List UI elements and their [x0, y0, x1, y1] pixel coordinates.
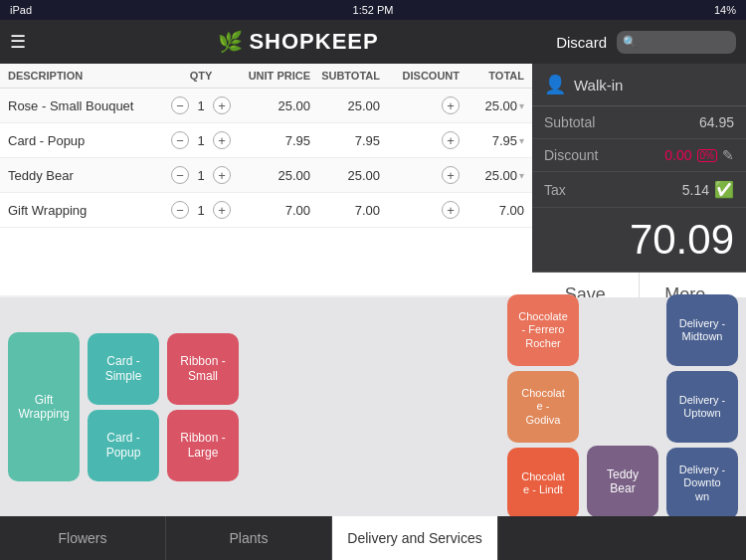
col-unit-price: UNIT PRICE — [231, 70, 310, 82]
product-card-popup[interactable]: Card -Popup — [88, 410, 159, 481]
summary-panel: 👤 Walk-in Subtotal 64.95 Discount 0.00 0… — [532, 64, 746, 295]
tax-check-icon: ✅ — [714, 180, 734, 199]
product-column-2: Card -Simple Card -Popup — [88, 333, 159, 481]
product-card-simple[interactable]: Card -Simple — [88, 333, 159, 405]
qty-decrease-btn[interactable]: − — [171, 96, 189, 114]
status-bar: iPad 1:52 PM 14% — [0, 0, 746, 20]
order-rows: Rose - Small Bouquet − 1 + 25.00 25.00 +… — [0, 89, 532, 228]
status-left: iPad — [10, 4, 32, 16]
tax-label: Tax — [544, 182, 566, 198]
product-ribbon-small[interactable]: Ribbon -Small — [167, 333, 239, 405]
menu-icon[interactable]: ☰ — [10, 31, 26, 53]
status-right: 14% — [714, 4, 736, 16]
qty-value: 1 — [193, 168, 209, 183]
qty-control: − 1 + — [171, 131, 231, 149]
customer-row[interactable]: 👤 Walk-in — [532, 64, 746, 106]
tab-bar: Flowers Plants Delivery and Services — [0, 516, 746, 560]
total-section: 70.09 — [532, 208, 746, 272]
table-row: Rose - Small Bouquet − 1 + 25.00 25.00 +… — [0, 89, 532, 123]
logo-area: 🌿 SHOPKEEP — [41, 29, 556, 55]
tax-row: Tax 5.14 ✅ — [532, 172, 746, 208]
product-delivery-midtown[interactable]: Delivery -Midtown — [666, 294, 738, 366]
qty-value: 1 — [193, 98, 209, 113]
subtotal-row: Subtotal 64.95 — [532, 106, 746, 139]
header: ☰ 🌿 SHOPKEEP Discard 🔍 — [0, 20, 746, 64]
item-name: Gift Wrapping — [8, 203, 171, 218]
product-choc-godiva[interactable]: Chocolate -Godiva — [507, 371, 579, 443]
product-column-5: TeddyBear — [587, 296, 658, 517]
qty-value: 1 — [193, 133, 209, 148]
table-row: Teddy Bear − 1 + 25.00 25.00 + 25.00 ▾ — [0, 158, 532, 193]
upper-area: DESCRIPTION QTY UNIT PRICE SUBTOTAL DISC… — [0, 64, 746, 295]
tax-value-area: 5.14 ✅ — [682, 180, 734, 199]
products-grid: GiftWrapping Card -Simple Card -Popup Ri… — [0, 297, 746, 516]
qty-value: 1 — [193, 203, 209, 218]
tab-empty — [498, 516, 746, 560]
discount-add[interactable]: + — [380, 96, 460, 114]
qty-decrease-btn[interactable]: − — [171, 131, 189, 149]
total-amount: 70.09 — [630, 216, 734, 263]
subtotal-price: 7.00 — [310, 203, 380, 218]
product-column-6: Delivery -Midtown Delivery -Uptown Deliv… — [666, 294, 738, 519]
qty-control: − 1 + — [171, 96, 231, 114]
discount-value: 0.00 — [664, 147, 691, 163]
status-time: 1:52 PM — [353, 4, 394, 16]
product-choc-ferrero[interactable]: Chocolate- FerreroRocher — [507, 294, 579, 366]
customer-icon: 👤 — [544, 74, 566, 95]
product-column-1: GiftWrapping — [8, 332, 80, 481]
discount-label: Discount — [544, 147, 598, 163]
order-section: DESCRIPTION QTY UNIT PRICE SUBTOTAL DISC… — [0, 64, 532, 295]
discard-button[interactable]: Discard — [556, 34, 607, 51]
logo-leaf-icon: 🌿 — [218, 30, 243, 54]
tax-value: 5.14 — [682, 182, 709, 198]
discount-add[interactable]: + — [380, 166, 460, 184]
subtotal-value: 64.95 — [699, 114, 734, 130]
tab-delivery-services[interactable]: Delivery and Services — [332, 516, 498, 560]
item-name: Rose - Small Bouquet — [8, 98, 171, 113]
tab-flowers[interactable]: Flowers — [0, 516, 166, 560]
unit-price: 25.00 — [231, 98, 310, 113]
subtotal-price: 25.00 — [310, 98, 380, 113]
qty-control: − 1 + — [171, 166, 231, 184]
discount-add[interactable]: + — [380, 201, 460, 219]
item-name: Teddy Bear — [8, 168, 171, 183]
search-icon: 🔍 — [623, 36, 637, 49]
total-cell: 7.95 ▾ — [460, 133, 524, 148]
product-teddy-bear[interactable]: TeddyBear — [587, 446, 658, 517]
qty-decrease-btn[interactable]: − — [171, 201, 189, 219]
total-cell: 7.00 — [460, 203, 524, 218]
col-discount: DISCOUNT — [380, 70, 460, 82]
qty-control: − 1 + — [171, 201, 231, 219]
subtotal-label: Subtotal — [544, 114, 595, 130]
discount-value-area: 0.00 0% ✎ — [664, 147, 734, 163]
product-delivery-uptown[interactable]: Delivery -Uptown — [666, 371, 738, 443]
qty-increase-btn[interactable]: + — [213, 166, 231, 184]
tab-plants[interactable]: Plants — [166, 516, 332, 560]
discount-add[interactable]: + — [380, 131, 460, 149]
discount-percent: 0% — [697, 149, 717, 162]
total-cell: 25.00 ▾ — [460, 98, 524, 113]
search-container: 🔍 — [617, 31, 736, 54]
col-qty: QTY — [171, 70, 231, 82]
product-ribbon-large[interactable]: Ribbon -Large — [167, 410, 239, 481]
col-total: TOTAL — [460, 70, 524, 82]
item-name: Card - Popup — [8, 133, 171, 148]
product-column-4: Chocolate- FerreroRocher Chocolate -Godi… — [507, 294, 579, 519]
col-subtotal: SUBTOTAL — [310, 70, 380, 82]
total-cell: 25.00 ▾ — [460, 168, 524, 183]
qty-increase-btn[interactable]: + — [213, 201, 231, 219]
unit-price: 25.00 — [231, 168, 310, 183]
unit-price: 7.95 — [231, 133, 310, 148]
edit-discount-icon[interactable]: ✎ — [722, 147, 734, 163]
logo-text: SHOPKEEP — [249, 29, 378, 55]
subtotal-price: 25.00 — [310, 168, 380, 183]
qty-increase-btn[interactable]: + — [213, 131, 231, 149]
product-choc-lindt[interactable]: Chocolate - Lindt — [507, 448, 579, 519]
product-gift-wrapping[interactable]: GiftWrapping — [8, 332, 80, 481]
product-delivery-downtown[interactable]: Delivery -Downtown — [666, 448, 738, 519]
qty-decrease-btn[interactable]: − — [171, 166, 189, 184]
qty-increase-btn[interactable]: + — [213, 96, 231, 114]
subtotal-price: 7.95 — [310, 133, 380, 148]
unit-price: 7.00 — [231, 203, 310, 218]
col-description: DESCRIPTION — [8, 70, 171, 82]
